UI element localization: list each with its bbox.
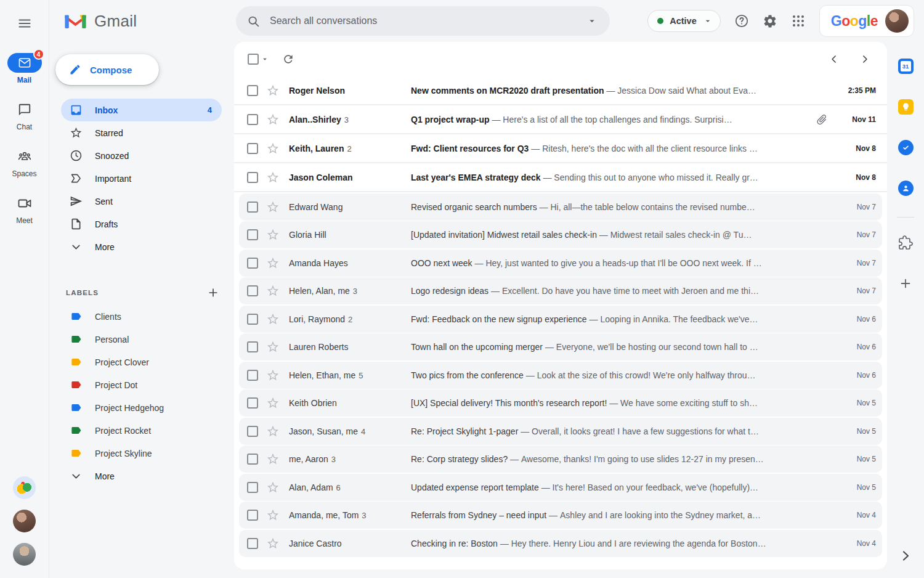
- row-star-icon[interactable]: [266, 340, 280, 354]
- create-label-icon[interactable]: [207, 287, 219, 299]
- separator: —: [539, 482, 553, 492]
- rail-item-label: Chat: [17, 123, 32, 131]
- label-item-project-skyline[interactable]: Project Skyline: [61, 442, 222, 465]
- label-item-project-dot[interactable]: Project Dot: [61, 373, 222, 396]
- row-checkbox[interactable]: [247, 510, 258, 521]
- add-icon[interactable]: [898, 275, 914, 291]
- row-star-icon[interactable]: [266, 284, 280, 298]
- google-account-chip[interactable]: Google: [819, 5, 914, 37]
- extensions-icon[interactable]: [898, 235, 914, 251]
- settings-gear-icon[interactable]: [763, 14, 777, 28]
- newer-page-icon[interactable]: [828, 53, 840, 65]
- row-star-icon[interactable]: [266, 508, 280, 522]
- row-checkbox[interactable]: [247, 85, 258, 96]
- email-row[interactable]: Helen, Alan, me3Logo redesign ideas — Ex…: [239, 277, 882, 304]
- man-avatar[interactable]: [13, 543, 36, 566]
- keep-icon[interactable]: [898, 99, 914, 115]
- subject-snippet: Revised organic search numbers — Hi, all…: [411, 202, 830, 212]
- row-checkbox[interactable]: [247, 143, 258, 154]
- label-tag-icon: [70, 402, 82, 413]
- email-row[interactable]: Edward WangRevised organic search number…: [239, 193, 882, 221]
- email-row[interactable]: Roger NelsonNew comments on MCR2020 draf…: [234, 76, 887, 105]
- row-star-icon[interactable]: [266, 113, 280, 126]
- row-star-icon[interactable]: [266, 84, 280, 97]
- expand-panel-icon[interactable]: [898, 548, 913, 563]
- status-selector[interactable]: Active: [647, 10, 721, 32]
- compose-button[interactable]: Compose: [55, 54, 159, 85]
- row-star-icon[interactable]: [266, 142, 280, 155]
- row-star-icon[interactable]: [266, 256, 280, 270]
- sidebar-item-important[interactable]: Important: [61, 167, 222, 190]
- rail-item-chat[interactable]: Chat: [7, 100, 42, 131]
- email-row[interactable]: Helen, Ethan, me5Two pics from the confe…: [239, 362, 882, 389]
- rail-item-meet[interactable]: Meet: [7, 193, 42, 225]
- woman-avatar[interactable]: [13, 510, 36, 532]
- email-row[interactable]: Alan..Shirley3Q1 project wrap-up — Here'…: [234, 105, 887, 134]
- row-checkbox[interactable]: [247, 314, 258, 325]
- apps-grid-icon[interactable]: [791, 14, 806, 28]
- row-star-icon[interactable]: [266, 481, 280, 494]
- select-all-checkbox[interactable]: [248, 54, 259, 65]
- sidebar-item-drafts[interactable]: Drafts: [61, 213, 222, 235]
- row-checkbox[interactable]: [247, 454, 258, 465]
- label-item-project-rocket[interactable]: Project Rocket: [61, 419, 222, 442]
- label-item-project-clover[interactable]: Project Clover: [61, 351, 222, 373]
- contacts-icon[interactable]: [898, 180, 914, 196]
- sidebar-item-sent[interactable]: Sent: [61, 190, 222, 213]
- sidebar-item-starred[interactable]: Starred: [61, 121, 222, 144]
- row-checkbox[interactable]: [247, 172, 258, 183]
- row-checkbox[interactable]: [247, 397, 258, 409]
- select-options-caret-icon[interactable]: [261, 55, 269, 63]
- labels-more[interactable]: More: [61, 465, 222, 487]
- sidebar-item-snoozed[interactable]: Snoozed: [61, 144, 222, 167]
- email-row[interactable]: Amanda HayesOOO next week — Hey, just wa…: [239, 250, 882, 277]
- older-page-icon[interactable]: [859, 53, 871, 65]
- search-options-caret-icon[interactable]: [586, 15, 598, 26]
- row-checkbox[interactable]: [247, 341, 258, 352]
- email-row[interactable]: Amanda, me, Tom3Referrals from Sydney – …: [239, 502, 882, 529]
- rail-item-spaces[interactable]: Spaces: [7, 147, 42, 178]
- email-row[interactable]: Jason, Susan, me4Re: Project Skylight 1-…: [239, 418, 882, 445]
- row-checkbox[interactable]: [247, 229, 258, 240]
- bot-avatar[interactable]: [13, 476, 36, 499]
- row-star-icon[interactable]: [266, 171, 280, 184]
- row-checkbox[interactable]: [247, 201, 258, 213]
- label-item-clients[interactable]: Clients: [61, 305, 222, 328]
- row-checkbox[interactable]: [247, 258, 258, 269]
- tasks-icon[interactable]: [898, 139, 914, 155]
- row-checkbox[interactable]: [247, 285, 258, 296]
- email-row[interactable]: Lori, Raymond2Fwd: Feedback on the new s…: [239, 306, 882, 333]
- row-star-icon[interactable]: [266, 425, 280, 438]
- help-icon[interactable]: [734, 14, 749, 28]
- email-row[interactable]: Keith Obrien[UX] Special delivery! This …: [239, 389, 882, 417]
- row-checkbox[interactable]: [247, 482, 258, 493]
- row-star-icon[interactable]: [266, 228, 280, 242]
- calendar-icon[interactable]: 31: [898, 58, 914, 74]
- row-checkbox[interactable]: [247, 370, 258, 381]
- row-checkbox[interactable]: [247, 114, 258, 125]
- label-item-project-hedgehog[interactable]: Project Hedgehog: [61, 396, 222, 419]
- email-row[interactable]: Janice CastroChecking in re: Boston — He…: [239, 530, 882, 557]
- user-avatar[interactable]: [885, 9, 909, 33]
- email-row[interactable]: Lauren RobertsTown hall on the upcoming …: [239, 333, 882, 360]
- rail-item-mail[interactable]: 4Mail: [7, 53, 42, 84]
- email-row[interactable]: Gloria Hill[Updated invitation] Midwest …: [239, 221, 882, 248]
- label-item-personal[interactable]: Personal: [61, 328, 222, 351]
- row-checkbox[interactable]: [247, 538, 258, 549]
- email-row[interactable]: me, Aaron3Re: Corp strategy slides? — Aw…: [239, 446, 882, 473]
- row-star-icon[interactable]: [266, 452, 280, 466]
- search-input[interactable]: Search all conversations: [236, 6, 610, 36]
- row-star-icon[interactable]: [266, 200, 280, 214]
- sidebar-item-inbox[interactable]: Inbox4: [61, 99, 222, 121]
- email-row[interactable]: Alan, Adam6Updated expense report templa…: [239, 474, 882, 501]
- row-star-icon[interactable]: [266, 312, 280, 326]
- refresh-icon[interactable]: [282, 53, 294, 65]
- main-menu-icon[interactable]: [17, 16, 32, 31]
- sidebar-item-more[interactable]: More: [61, 235, 222, 258]
- row-star-icon[interactable]: [266, 368, 280, 382]
- email-row[interactable]: Keith, Lauren2Fwd: Client resources for …: [234, 134, 887, 163]
- email-row[interactable]: Jason ColemanLast year's EMEA strategy d…: [234, 163, 887, 192]
- row-star-icon[interactable]: [266, 537, 280, 550]
- row-star-icon[interactable]: [266, 396, 280, 410]
- row-checkbox[interactable]: [247, 426, 258, 437]
